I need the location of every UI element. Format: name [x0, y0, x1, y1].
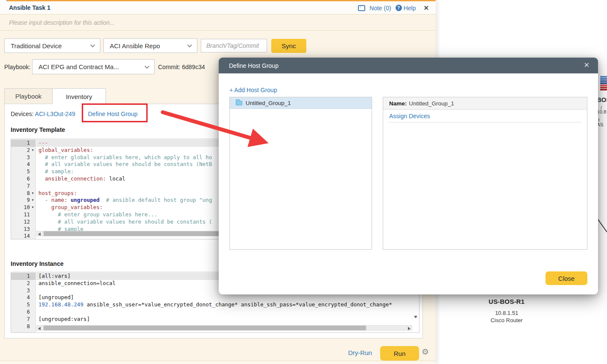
- define-host-group-modal: Define Host Group ✕ + Add Host Group Unt…: [219, 58, 598, 294]
- host-group-list: Untitled_Group_1: [229, 97, 372, 250]
- modal-title: Define Host Group: [229, 62, 279, 69]
- scrollbar-thumb[interactable]: [44, 326, 366, 330]
- scroll-left-icon[interactable]: [38, 233, 41, 236]
- panel-close-icon[interactable]: ✕: [423, 4, 429, 12]
- inventory-template-heading: Inventory Template: [11, 126, 65, 133]
- line-number: 7: [11, 183, 35, 190]
- line-number: 11: [11, 211, 35, 218]
- line-number: 6: [11, 175, 35, 183]
- add-host-group-link[interactable]: + Add Host Group: [229, 87, 277, 93]
- device-type-value: Traditional Device: [11, 42, 62, 50]
- sync-button[interactable]: Sync: [271, 39, 306, 53]
- line-number: 8: [11, 323, 35, 330]
- line-number: 5: [11, 301, 35, 309]
- line-number: 1: [11, 273, 35, 280]
- editor-gutter: 12▼345678▼9▼10▼11121314: [11, 140, 36, 239]
- host-group-list-item[interactable]: Untitled_Group_1: [230, 97, 372, 109]
- help-icon[interactable]: ?: [396, 5, 402, 11]
- run-button[interactable]: Run: [380, 346, 419, 361]
- map-as-fragment: p AS: [597, 117, 607, 127]
- playbook-value: ACI EPG and Contract Ma...: [38, 63, 119, 70]
- define-host-group-link[interactable]: Define Host Group: [88, 111, 138, 117]
- scroll-down-icon[interactable]: [414, 316, 417, 318]
- device-type-select[interactable]: Traditional Device: [4, 38, 100, 53]
- devices-row: Devices: ACI-L3Out-249: [11, 111, 75, 117]
- map-device-node[interactable]: US-BOS-R1 10.8.1.51 Cisco Router: [472, 298, 541, 323]
- code-line: [36, 309, 419, 316]
- name-value: Untitled_Group_1: [409, 100, 454, 107]
- line-number: 2▼: [11, 147, 35, 154]
- scroll-right-icon[interactable]: [408, 327, 411, 330]
- host-group-detail-panel: Name: Untitled_Group_1 Assign Devices: [383, 97, 587, 250]
- scroll-left-icon[interactable]: [38, 327, 41, 330]
- branch-tag-commit-input[interactable]: Branch/Tag/Commit: [201, 39, 267, 52]
- modal-close-button[interactable]: Close: [545, 271, 587, 285]
- help-link[interactable]: Help: [404, 5, 416, 12]
- code-line: [ungrouped]: [36, 294, 419, 301]
- tab-inventory[interactable]: Inventory: [52, 88, 106, 105]
- map-device-name-fragment: BOS: [597, 96, 607, 103]
- modal-close-icon[interactable]: ✕: [584, 61, 589, 69]
- line-number: 1: [11, 140, 35, 147]
- line-number: 4: [11, 294, 35, 301]
- code-line: [ungrouped:vars]: [36, 316, 419, 323]
- branch-placeholder: Branch/Tag/Commit: [206, 42, 259, 49]
- horizontal-scrollbar[interactable]: [36, 325, 412, 331]
- tab-playbook[interactable]: Playbook: [4, 88, 53, 104]
- editor-gutter: 12345678: [11, 273, 36, 332]
- fold-arrow-icon[interactable]: ▼: [30, 147, 35, 154]
- line-number: 10▼: [11, 204, 35, 211]
- repo-value: ACI Ansible Repo: [110, 42, 160, 50]
- map-device-type: Cisco Router: [472, 317, 541, 323]
- description-input[interactable]: Please input description for this action…: [9, 19, 114, 26]
- map-device-ip: 10.8.1.51: [472, 310, 541, 316]
- line-number: 3: [11, 287, 35, 294]
- code-line: 192.168.48.249 ansible_ssh_user=*value_e…: [36, 301, 419, 309]
- chevron-down-icon: [187, 43, 192, 47]
- map-device-name: US-BOS-R1: [472, 298, 541, 305]
- divider: [389, 122, 581, 122]
- line-number: 13: [11, 226, 35, 233]
- repo-select[interactable]: ACI Ansible Repo: [103, 38, 197, 53]
- panel-title: Ansible Task 1: [9, 4, 50, 11]
- line-number: 3: [11, 154, 35, 161]
- line-number: 2: [11, 280, 35, 287]
- commit-text: Commit: 6d89c34: [158, 64, 205, 70]
- map-ip-fragment: 10.8: [597, 109, 606, 114]
- chevron-down-icon: [144, 64, 149, 68]
- line-number: 9▼: [11, 197, 35, 204]
- folder-icon: [236, 101, 242, 105]
- modal-header: Define Host Group ✕: [219, 58, 598, 73]
- gear-icon[interactable]: ⚙: [422, 347, 429, 357]
- note-count-link[interactable]: Note (0): [369, 5, 391, 12]
- panel-header: Ansible Task 1 ↓ Note (0) ? Help ✕: [0, 1, 436, 15]
- line-number: 8▼: [11, 190, 35, 197]
- fold-arrow-icon[interactable]: ▼: [30, 204, 35, 211]
- fold-arrow-icon[interactable]: ▼: [30, 197, 35, 204]
- line-number: 6: [11, 309, 35, 316]
- host-group-detail-header: Name: Untitled_Group_1: [383, 97, 587, 110]
- playbook-select[interactable]: ACI EPG and Contract Ma...: [32, 59, 155, 74]
- panel-bottom-strip: [0, 361, 436, 364]
- dry-run-link[interactable]: Dry-Run: [348, 349, 372, 356]
- line-number: 7: [11, 316, 35, 323]
- screen: BOS / 10.8 p AS US-BOS-R1 10.8.1.51 Cisc…: [0, 0, 607, 364]
- line-number: 5: [11, 168, 35, 175]
- name-label: Name:: [389, 100, 407, 107]
- line-number: 4: [11, 161, 35, 168]
- devices-link[interactable]: ACI-L3Out-249: [35, 111, 75, 117]
- inventory-instance-heading: Inventory Instance: [11, 260, 64, 267]
- host-group-name: Untitled_Group_1: [246, 100, 291, 106]
- line-number: 12: [11, 218, 35, 226]
- map-device-stack-icon: [600, 76, 607, 91]
- chevron-down-icon: [90, 43, 95, 47]
- devices-label: Devices:: [11, 111, 34, 117]
- playbook-label: Playbook:: [4, 64, 30, 70]
- note-panel-icon[interactable]: ↓: [358, 5, 365, 11]
- description-row: Please input description for this action…: [0, 15, 436, 31]
- line-number: 14: [11, 233, 35, 239]
- assign-devices-link[interactable]: Assign Devices: [389, 113, 430, 119]
- fold-arrow-icon[interactable]: ▼: [30, 190, 35, 197]
